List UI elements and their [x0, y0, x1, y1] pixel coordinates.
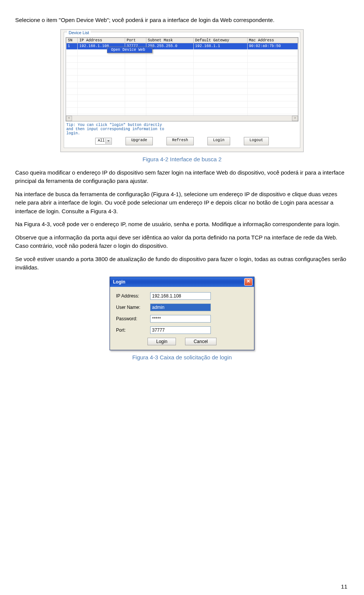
table-row: [66, 69, 298, 75]
user-name-input[interactable]: admin: [150, 304, 211, 311]
table-row: [66, 75, 298, 82]
cell-sn: 1: [66, 43, 78, 49]
ip-address-input[interactable]: 192.168.1.108: [150, 292, 211, 300]
intro-paragraph: Selecione o item "Open Device Web"; você…: [15, 16, 349, 25]
paragraph-2: Na interface de busca da ferramenta de c…: [15, 190, 349, 216]
paragraph-1: Caso queira modificar o endereço IP do d…: [15, 168, 349, 186]
refresh-button[interactable]: Refresh: [166, 137, 194, 145]
scroll-left-icon[interactable]: <: [66, 116, 72, 121]
paragraph-4: Observe que a informação da porta aqui d…: [15, 233, 349, 250]
table-row: [66, 82, 298, 88]
device-list-grid[interactable]: SN IP Address Port Subnet Mask Default G…: [66, 37, 298, 121]
login-button[interactable]: Login: [207, 137, 230, 145]
table-row[interactable]: 1 192.168.1.108 37777 255.255.255.0 192.…: [66, 43, 298, 49]
login-submit-button[interactable]: Login: [147, 338, 176, 345]
type-combo[interactable]: All: [95, 138, 112, 145]
upgrade-button[interactable]: Upgrade: [126, 137, 153, 145]
port-label: Port:: [116, 327, 150, 333]
table-row: [66, 101, 298, 107]
table-row: [66, 62, 298, 69]
col-sn[interactable]: SN: [66, 38, 78, 43]
table-row: [66, 94, 298, 101]
table-row: [66, 49, 298, 56]
ip-address-label: IP Address:: [116, 293, 150, 299]
col-mask[interactable]: Subnet Mask: [146, 38, 193, 43]
table-row: [66, 107, 298, 114]
dialog-titlebar[interactable]: Login ✕: [110, 277, 254, 287]
horizontal-scrollbar[interactable]: < >: [66, 115, 298, 121]
password-input[interactable]: *****: [150, 315, 211, 323]
figure-4-3-caption: Figura 4-3 Caixa de solicitação de login: [15, 354, 349, 360]
paragraph-3: Na Figura 4-3, você pode ver o endereço …: [15, 220, 349, 229]
col-ip[interactable]: IP Address: [78, 38, 125, 43]
password-label: Password:: [116, 316, 150, 321]
table-row: [66, 88, 298, 94]
tip-text: Tip: You can click "login" button direct…: [66, 123, 165, 135]
cell-mask: 255.255.255.0: [146, 43, 193, 49]
cancel-button[interactable]: Cancel: [185, 338, 217, 345]
context-menu[interactable]: Open Device Web: [107, 47, 152, 53]
login-dialog: Login ✕ IP Address: 192.168.1.108 User N…: [110, 277, 254, 350]
col-gateway[interactable]: Default Gateway: [193, 38, 247, 43]
cell-gateway: 192.168.1.1: [193, 43, 247, 49]
figure-4-2-caption: Figura 4-2 Interface de busca 2: [15, 156, 349, 162]
device-list-window: Device List SN IP Address Port Subnet Ma…: [60, 29, 304, 152]
paragraph-5: Se você estiver usando a porta 3800 de a…: [15, 255, 349, 272]
table-row: [66, 56, 298, 62]
port-input[interactable]: 37777: [150, 326, 211, 334]
device-list-label: Device List: [67, 30, 91, 35]
col-port[interactable]: Port: [125, 38, 146, 43]
open-device-web-menuitem[interactable]: Open Device Web: [107, 47, 152, 53]
user-name-label: User Name:: [116, 305, 150, 310]
logout-button[interactable]: Logout: [244, 137, 269, 145]
scroll-right-icon[interactable]: >: [292, 116, 298, 121]
dialog-title: Login: [113, 279, 126, 285]
cell-mac: 90:02:a9:7b:50: [247, 43, 298, 49]
col-mac[interactable]: Mac Address: [247, 38, 298, 43]
close-icon[interactable]: ✕: [244, 278, 253, 286]
